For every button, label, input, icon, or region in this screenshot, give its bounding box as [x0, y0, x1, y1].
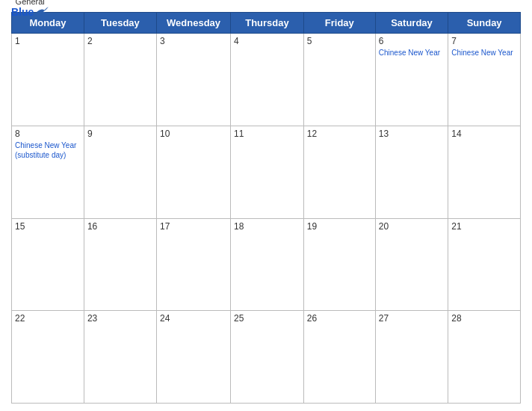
day-number-24: 24 [160, 313, 227, 324]
logo-blue-text: Blue [11, 6, 49, 18]
day-number-3: 3 [160, 36, 227, 46]
calendar-cell-17: 17 [157, 218, 231, 311]
calendar-table: MondayTuesdayWednesdayThursdayFridaySatu… [11, 12, 521, 404]
day-number-5: 5 [307, 36, 372, 46]
calendar-cell-11: 11 [231, 126, 304, 218]
logo-general-text: General [16, 0, 45, 6]
calendar-cell-18: 18 [231, 218, 304, 311]
logo-bird-icon [35, 7, 49, 17]
holiday-label-6: Chinese New Year [379, 48, 445, 58]
calendar-cell-7: 7Chinese New Year [448, 34, 521, 126]
calendar-cell-5: 5 [303, 34, 375, 126]
calendar-cell-26: 26 [303, 311, 375, 404]
day-number-10: 10 [160, 129, 227, 139]
weekday-header-thursday: Thursday [231, 13, 304, 34]
day-number-18: 18 [234, 221, 300, 232]
calendar-cell-2: 2 [84, 34, 156, 126]
calendar-cell-21: 21 [448, 218, 521, 311]
calendar-cell-22: 22 [12, 311, 84, 404]
day-number-21: 21 [451, 221, 517, 232]
weekday-header-friday: Friday [303, 13, 375, 34]
calendar-cell-16: 16 [84, 218, 156, 311]
week-row-1: 123456Chinese New Year7Chinese New Year [12, 34, 521, 126]
day-number-25: 25 [234, 313, 300, 324]
calendar-cell-10: 10 [157, 126, 231, 218]
calendar-cell-3: 3 [157, 34, 231, 126]
day-number-26: 26 [307, 313, 372, 324]
holiday-label-7: Chinese New Year [451, 48, 517, 58]
calendar-cell-15: 15 [12, 218, 84, 311]
day-number-7: 7 [451, 36, 517, 46]
weekday-header-sunday: Sunday [448, 13, 521, 34]
day-number-6: 6 [379, 36, 445, 46]
calendar-cell-6: 6Chinese New Year [375, 34, 448, 126]
day-number-27: 27 [379, 313, 445, 324]
weekday-header-row: MondayTuesdayWednesdayThursdayFridaySatu… [12, 13, 521, 34]
day-number-17: 17 [160, 221, 227, 232]
day-number-23: 23 [87, 313, 153, 324]
day-number-15: 15 [15, 221, 81, 232]
day-number-14: 14 [451, 129, 517, 139]
calendar-cell-4: 4 [231, 34, 304, 126]
weekday-header-saturday: Saturday [375, 13, 448, 34]
weekday-header-wednesday: Wednesday [157, 13, 231, 34]
day-number-2: 2 [87, 36, 153, 46]
day-number-20: 20 [379, 221, 445, 232]
day-number-11: 11 [234, 129, 300, 139]
calendar-cell-28: 28 [448, 311, 521, 404]
logo: General Blue [11, 0, 49, 18]
calendar-cell-9: 9 [84, 126, 156, 218]
calendar-cell-20: 20 [375, 218, 448, 311]
calendar-cell-13: 13 [375, 126, 448, 218]
week-row-2: 8Chinese New Year (substitute day)910111… [12, 126, 521, 218]
day-number-19: 19 [307, 221, 372, 232]
calendar-cell-23: 23 [84, 311, 156, 404]
day-number-9: 9 [87, 129, 153, 139]
calendar-cell-8: 8Chinese New Year (substitute day) [12, 126, 84, 218]
day-number-1: 1 [15, 36, 81, 46]
week-row-4: 22232425262728 [12, 311, 521, 404]
day-number-12: 12 [307, 129, 372, 139]
calendar-cell-24: 24 [157, 311, 231, 404]
holiday-label-8: Chinese New Year (substitute day) [15, 140, 81, 160]
weekday-header-tuesday: Tuesday [84, 13, 156, 34]
calendar-cell-14: 14 [448, 126, 521, 218]
day-number-13: 13 [379, 129, 445, 139]
calendar-cell-12: 12 [303, 126, 375, 218]
day-number-28: 28 [451, 313, 517, 324]
day-number-8: 8 [15, 129, 81, 139]
calendar-cell-1: 1 [12, 34, 84, 126]
day-number-22: 22 [15, 313, 81, 324]
day-number-4: 4 [234, 36, 300, 46]
calendar-cell-19: 19 [303, 218, 375, 311]
day-number-16: 16 [87, 221, 153, 232]
week-row-3: 15161718192021 [12, 218, 521, 311]
calendar-cell-27: 27 [375, 311, 448, 404]
calendar-cell-25: 25 [231, 311, 304, 404]
